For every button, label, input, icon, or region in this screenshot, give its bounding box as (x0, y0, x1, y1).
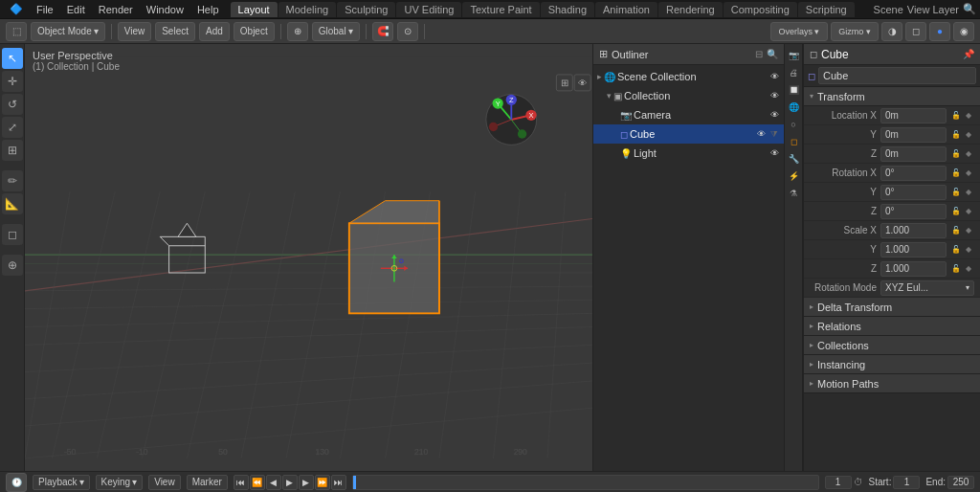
step-back-btn[interactable]: ◀ (266, 475, 281, 490)
select-tool[interactable]: ↖ (2, 48, 23, 69)
rotation-y-keyframe[interactable]: ◆ (963, 186, 974, 199)
object-properties-icon[interactable]: ◻ (786, 134, 801, 149)
location-z-lock[interactable]: 🔓 (950, 147, 962, 161)
help-menu[interactable]: Help (191, 2, 225, 17)
object-mode-dropdown[interactable]: Object Mode ▾ (31, 22, 105, 41)
location-x-keyframe[interactable]: ◆ (963, 109, 974, 123)
mode-icon[interactable]: ⬚ (6, 22, 27, 41)
outliner-camera-row[interactable]: 📷 Camera 👁 (593, 105, 784, 124)
measure-tool[interactable]: 📐 (2, 193, 23, 214)
file-menu[interactable]: File (31, 2, 59, 17)
snap-btn[interactable]: 🧲 (372, 22, 393, 41)
collections-section-header[interactable]: ▸ Collections (804, 336, 980, 355)
scale-y-lock[interactable]: 🔓 (950, 243, 962, 257)
tab-shading[interactable]: Shading (541, 2, 594, 17)
scale-y-field[interactable]: 1.000 (880, 242, 947, 257)
prev-keyframe-btn[interactable]: ⏪ (250, 475, 265, 490)
relations-section-header[interactable]: ▸ Relations (804, 317, 980, 336)
rotation-x-field[interactable]: 0° (880, 166, 947, 181)
current-frame-field[interactable]: 1 (825, 476, 852, 489)
edit-menu[interactable]: Edit (61, 2, 91, 17)
tab-compositing[interactable]: Compositing (724, 2, 797, 17)
overlay-btn[interactable]: Overlays ▾ (770, 22, 828, 41)
transform-tool[interactable]: ⊞ (2, 140, 23, 161)
output-properties-icon[interactable]: 🖨 (786, 65, 801, 80)
viewport-shading-wire[interactable]: ◻ (905, 22, 926, 41)
modifier-properties-icon[interactable]: 🔧 (786, 151, 801, 167)
scale-y-keyframe[interactable]: ◆ (963, 243, 974, 257)
rotate-tool[interactable]: ↺ (2, 94, 23, 115)
view-menu[interactable]: View (118, 22, 152, 41)
search-icon[interactable]: 🔍 (963, 3, 976, 15)
collection-visibility-icon[interactable]: 👁 (768, 91, 780, 101)
end-frame-field[interactable]: 250 (947, 476, 974, 489)
jump-start-btn[interactable]: ⏮ (234, 475, 249, 490)
rotation-z-keyframe[interactable]: ◆ (963, 205, 974, 218)
instancing-section-header[interactable]: ▸ Instancing (804, 355, 980, 374)
timeline-marker-menu[interactable]: Marker (187, 475, 228, 490)
play-btn[interactable]: ▶ (282, 475, 298, 490)
rotation-mode-dropdown[interactable]: XYZ Eul... ▾ (880, 280, 974, 296)
outliner-light-row[interactable]: 💡 Light 👁 (593, 144, 784, 163)
outliner-view-icon[interactable]: ⊟ (755, 49, 763, 59)
start-frame-field[interactable]: 1 (893, 476, 920, 489)
transform-pivot[interactable]: ⊕ (287, 22, 308, 41)
camera-visibility-icon[interactable]: 👁 (768, 110, 780, 120)
tab-rendering[interactable]: Rendering (658, 2, 723, 17)
step-forward-btn[interactable]: ▶ (299, 475, 314, 490)
blender-menu[interactable]: 🔷 (4, 1, 29, 17)
object-menu[interactable]: Object (234, 22, 275, 41)
timeline-editor-icon[interactable]: 🕐 (6, 473, 27, 492)
scale-tool[interactable]: ⤢ (2, 117, 23, 138)
location-y-lock[interactable]: 🔓 (950, 128, 962, 142)
scale-z-lock[interactable]: 🔓 (950, 262, 962, 276)
keying-dropdown[interactable]: Keying ▾ (96, 475, 144, 490)
add-cube-tool[interactable]: ◻ (2, 224, 23, 245)
scale-x-keyframe[interactable]: ◆ (963, 224, 974, 237)
move-tool[interactable]: ✛ (2, 71, 23, 92)
outliner-collection-row[interactable]: ▾ ▣ Collection 👁 (593, 86, 784, 105)
physics-icon[interactable]: ⚗ (786, 186, 801, 201)
viewport-shading-solid[interactable]: ◑ (881, 22, 902, 41)
location-z-field[interactable]: 0m (880, 146, 947, 162)
scene-properties-icon[interactable]: 🌐 (786, 100, 801, 115)
viewport-shading-render[interactable]: ◉ (953, 22, 974, 41)
motion-paths-section-header[interactable]: ▸ Motion Paths (804, 374, 980, 393)
rotation-y-field[interactable]: 0° (880, 185, 947, 200)
location-y-keyframe[interactable]: ◆ (963, 128, 974, 142)
timeline-scrubber[interactable] (352, 475, 819, 490)
cursor-tool[interactable]: ⊕ (2, 255, 23, 276)
tab-animation[interactable]: Animation (595, 2, 657, 17)
transform-section-header[interactable]: ▾ Transform (804, 87, 980, 106)
properties-pin-icon[interactable]: 📌 (963, 49, 974, 59)
global-dropdown[interactable]: Global ▾ (312, 22, 360, 41)
render-menu[interactable]: Render (93, 2, 139, 17)
mesh-name-field[interactable]: Cube (818, 67, 976, 84)
add-menu[interactable]: Add (199, 22, 230, 41)
select-menu[interactable]: Select (155, 22, 195, 41)
outliner-cube-row[interactable]: ◻ Cube 👁 ⧩ (593, 124, 784, 144)
cube-filter-icon[interactable]: ⧩ (768, 129, 780, 140)
particle-icon[interactable]: ⚡ (786, 168, 801, 184)
rotation-x-lock[interactable]: 🔓 (950, 167, 962, 180)
proportional-btn[interactable]: ⊙ (397, 22, 418, 41)
outliner-filter-icon[interactable]: 🔍 (767, 49, 778, 59)
tab-uv-editing[interactable]: UV Editing (396, 2, 461, 17)
light-visibility-icon[interactable]: 👁 (768, 148, 780, 158)
viewport-shading-mat[interactable]: ● (929, 22, 950, 41)
rotation-x-keyframe[interactable]: ◆ (963, 167, 974, 180)
scene-visibility-icon[interactable]: 👁 (768, 72, 780, 81)
tab-sculpting[interactable]: Sculpting (337, 2, 395, 17)
cube-visibility-icon[interactable]: 👁 (755, 129, 767, 140)
location-y-field[interactable]: 0m (880, 127, 947, 143)
scale-x-lock[interactable]: 🔓 (950, 224, 962, 237)
scale-z-keyframe[interactable]: ◆ (963, 262, 974, 276)
location-z-keyframe[interactable]: ◆ (963, 147, 974, 161)
gizmo-btn[interactable]: Gizmo ▾ (831, 22, 879, 41)
view-layer-icon[interactable]: 🔲 (786, 82, 801, 98)
rotation-z-field[interactable]: 0° (880, 204, 947, 219)
timeline-view-menu[interactable]: View (148, 475, 181, 490)
render-properties-icon[interactable]: 📷 (786, 48, 801, 63)
scale-z-field[interactable]: 1.000 (880, 261, 947, 277)
rotation-z-lock[interactable]: 🔓 (950, 205, 962, 218)
